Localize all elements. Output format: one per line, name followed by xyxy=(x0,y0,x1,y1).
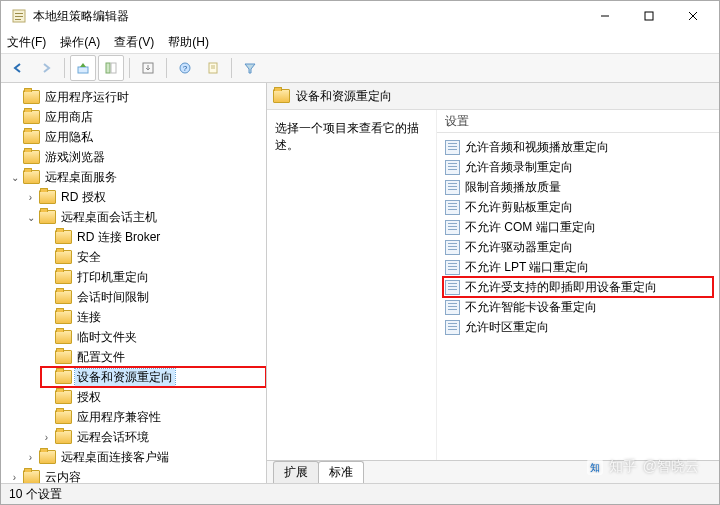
tree-node[interactable]: 应用隐私 xyxy=(9,127,266,147)
properties-button[interactable] xyxy=(200,55,226,81)
back-button[interactable] xyxy=(5,55,31,81)
maximize-button[interactable] xyxy=(627,1,671,31)
folder-icon xyxy=(55,350,72,364)
svg-text:?: ? xyxy=(183,64,188,73)
up-button[interactable] xyxy=(70,55,96,81)
setting-label: 不允许驱动器重定向 xyxy=(465,239,573,256)
tree-node[interactable]: 安全 xyxy=(41,247,266,267)
policy-icon xyxy=(445,280,460,295)
toolbar-separator xyxy=(231,58,232,78)
folder-icon xyxy=(39,190,56,204)
svg-rect-10 xyxy=(111,63,116,73)
svg-rect-1 xyxy=(15,13,23,14)
setting-row[interactable]: 不允许 LPT 端口重定向 xyxy=(443,257,713,277)
details-tabs: 扩展 标准 xyxy=(267,460,719,483)
tree-node[interactable]: ›远程桌面连接客户端 xyxy=(25,447,266,467)
menu-action[interactable]: 操作(A) xyxy=(60,34,100,51)
tree-node[interactable]: 打印机重定向 xyxy=(41,267,266,287)
folder-icon xyxy=(55,290,72,304)
tab-standard[interactable]: 标准 xyxy=(318,461,364,483)
svg-rect-3 xyxy=(15,19,21,20)
policy-icon xyxy=(445,260,460,275)
tree-node-label: 应用程序运行时 xyxy=(43,89,131,106)
help-button[interactable]: ? xyxy=(172,55,198,81)
svg-rect-9 xyxy=(106,63,110,73)
tree-node[interactable]: 应用商店 xyxy=(9,107,266,127)
folder-icon xyxy=(55,410,72,424)
tree-node-label: 配置文件 xyxy=(75,349,127,366)
folder-icon xyxy=(273,89,290,103)
tree-node[interactable]: ›RD 授权 xyxy=(25,187,266,207)
settings-list[interactable]: 允许音频和视频播放重定向允许音频录制重定向限制音频播放质量不允许剪贴板重定向不允… xyxy=(437,133,719,460)
chevron-down-icon[interactable]: ⌄ xyxy=(9,172,20,183)
setting-row[interactable]: 限制音频播放质量 xyxy=(443,177,713,197)
setting-row[interactable]: 不允许驱动器重定向 xyxy=(443,237,713,257)
folder-icon xyxy=(23,110,40,124)
tree-node-label: 应用程序兼容性 xyxy=(75,409,163,426)
setting-row[interactable]: 不允许剪贴板重定向 xyxy=(443,197,713,217)
show-hide-tree-button[interactable] xyxy=(98,55,124,81)
chevron-right-icon[interactable]: › xyxy=(41,432,52,443)
minimize-button[interactable] xyxy=(583,1,627,31)
chevron-down-icon[interactable]: ⌄ xyxy=(25,212,36,223)
export-list-button[interactable] xyxy=(135,55,161,81)
app-icon xyxy=(11,8,27,24)
chevron-right-icon[interactable]: › xyxy=(9,472,20,483)
toolbar-separator xyxy=(166,58,167,78)
chevron-right-icon[interactable]: › xyxy=(25,452,36,463)
folder-icon xyxy=(55,390,72,404)
description-prompt: 选择一个项目来查看它的描述。 xyxy=(275,120,428,154)
folder-icon xyxy=(55,230,72,244)
folder-icon xyxy=(23,130,40,144)
tab-extended[interactable]: 扩展 xyxy=(273,461,319,483)
forward-button[interactable] xyxy=(33,55,59,81)
policy-icon xyxy=(445,240,460,255)
menu-view[interactable]: 查看(V) xyxy=(114,34,154,51)
tree-node[interactable]: 配置文件 xyxy=(41,347,266,367)
tree-node[interactable]: ⌄远程桌面会话主机 xyxy=(25,207,266,227)
folder-icon xyxy=(55,430,72,444)
menu-help[interactable]: 帮助(H) xyxy=(168,34,209,51)
tree-node[interactable]: 设备和资源重定向 xyxy=(41,367,266,387)
tree-node[interactable]: ›远程会话环境 xyxy=(41,427,266,447)
folder-icon xyxy=(55,270,72,284)
setting-row[interactable]: 不允许 COM 端口重定向 xyxy=(443,217,713,237)
tree-node[interactable]: 会话时间限制 xyxy=(41,287,266,307)
chevron-right-icon[interactable]: › xyxy=(25,192,36,203)
setting-label: 允许音频和视频播放重定向 xyxy=(465,139,609,156)
details-split: 选择一个项目来查看它的描述。 设置 允许音频和视频播放重定向允许音频录制重定向限… xyxy=(267,110,719,460)
setting-label: 允许时区重定向 xyxy=(465,319,549,336)
window-title: 本地组策略编辑器 xyxy=(33,8,129,25)
tree-node[interactable]: RD 连接 Broker xyxy=(41,227,266,247)
body: 应用程序运行时应用商店应用隐私游戏浏览器⌄远程桌面服务›RD 授权⌄远程桌面会话… xyxy=(1,83,719,483)
tree-node[interactable]: ⌄远程桌面服务 xyxy=(9,167,266,187)
details-header: 设备和资源重定向 xyxy=(267,83,719,110)
tree-node-label: 安全 xyxy=(75,249,103,266)
tree-node[interactable]: 连接 xyxy=(41,307,266,327)
setting-row[interactable]: 允许音频录制重定向 xyxy=(443,157,713,177)
tree-node-label: 远程会话环境 xyxy=(75,429,151,446)
setting-row[interactable]: 允许时区重定向 xyxy=(443,317,713,337)
svg-rect-2 xyxy=(15,16,23,17)
filter-button[interactable] xyxy=(237,55,263,81)
tree-pane[interactable]: 应用程序运行时应用商店应用隐私游戏浏览器⌄远程桌面服务›RD 授权⌄远程桌面会话… xyxy=(1,83,267,483)
tree-node[interactable]: ›云内容 xyxy=(9,467,266,483)
tree-node[interactable]: 临时文件夹 xyxy=(41,327,266,347)
folder-icon xyxy=(23,150,40,164)
policy-icon xyxy=(445,320,460,335)
tree-node[interactable]: 游戏浏览器 xyxy=(9,147,266,167)
tree-node-label: 会话时间限制 xyxy=(75,289,151,306)
setting-label: 不允许 COM 端口重定向 xyxy=(465,219,596,236)
setting-row[interactable]: 允许音频和视频播放重定向 xyxy=(443,137,713,157)
status-bar: 10 个设置 xyxy=(1,483,719,504)
setting-row[interactable]: 不允许受支持的即插即用设备重定向 xyxy=(443,277,713,297)
tree-node[interactable]: 应用程序兼容性 xyxy=(41,407,266,427)
tree-node[interactable]: 授权 xyxy=(41,387,266,407)
tree-node-label: 应用商店 xyxy=(43,109,95,126)
tree-node-label: 应用隐私 xyxy=(43,129,95,146)
menu-file[interactable]: 文件(F) xyxy=(7,34,46,51)
tree-node[interactable]: 应用程序运行时 xyxy=(9,87,266,107)
setting-row[interactable]: 不允许智能卡设备重定向 xyxy=(443,297,713,317)
close-button[interactable] xyxy=(671,1,715,31)
tree-node-label: RD 连接 Broker xyxy=(75,229,162,246)
